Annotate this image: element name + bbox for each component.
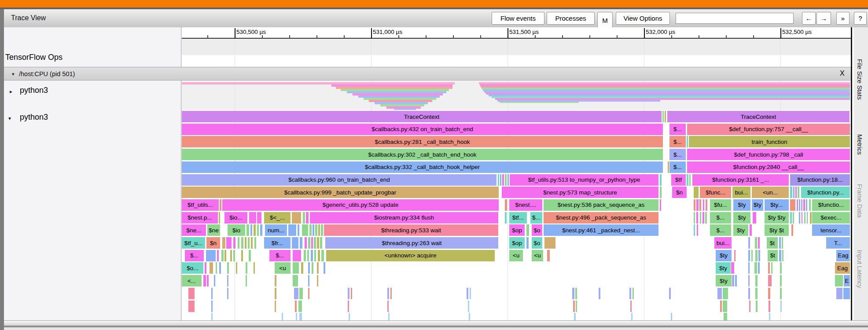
flame-bar[interactable]: Eag <box>835 262 850 274</box>
flame-bar[interactable]: $nest.py:496 _pack_sequence_as <box>544 212 658 224</box>
flame-bar[interactable]: bui... <box>732 187 750 198</box>
flame-bar[interactable]: $... <box>710 224 731 236</box>
flame-bar[interactable] <box>300 237 302 249</box>
flame-bar[interactable] <box>665 111 666 122</box>
flame-bar[interactable]: $callbacks.py:332 _call_batch_hook_helpe… <box>182 161 663 173</box>
flame-bar[interactable] <box>802 212 802 224</box>
flame-bar[interactable] <box>222 237 225 249</box>
flame-bar[interactable] <box>317 262 319 274</box>
flame-bar[interactable] <box>469 313 470 320</box>
flame-bar[interactable] <box>724 313 727 320</box>
flame-bar[interactable] <box>768 262 770 274</box>
flame-bar[interactable] <box>793 187 794 198</box>
flame-bar[interactable] <box>782 250 783 261</box>
flame-bar[interactable] <box>755 250 758 261</box>
host-header-band[interactable]: ▾ /host:CPU (pid 501) X <box>4 67 851 81</box>
flame-bar[interactable] <box>502 174 504 186</box>
flame-bar[interactable] <box>723 301 727 312</box>
flame-bar[interactable]: $... <box>710 212 731 224</box>
flame-bar[interactable] <box>505 174 507 186</box>
flame-bar[interactable] <box>254 237 256 249</box>
flame-bar[interactable] <box>575 288 577 299</box>
flame-bar[interactable] <box>799 199 800 211</box>
flame-bar[interactable]: <u <box>275 262 291 274</box>
flame-bar[interactable] <box>307 250 309 261</box>
flame-bar[interactable] <box>835 275 843 286</box>
flame-bar[interactable] <box>544 237 555 249</box>
expand-button[interactable]: » <box>836 12 850 25</box>
flame-bar[interactable] <box>505 212 507 224</box>
flame-bar[interactable]: $ty... <box>765 199 789 211</box>
flame-bar[interactable] <box>694 187 699 198</box>
flame-bar[interactable] <box>298 224 299 236</box>
flame-bar[interactable] <box>754 262 757 274</box>
flame-bar[interactable] <box>748 275 750 286</box>
flame-bar[interactable]: $... <box>669 136 686 147</box>
flame-bar[interactable] <box>299 288 303 299</box>
flame-bar[interactable] <box>547 250 550 261</box>
flame-bar[interactable]: $... <box>530 212 542 224</box>
flame-bar[interactable] <box>217 250 219 261</box>
thread-expand-arrow-icon[interactable]: ▾ <box>8 115 11 121</box>
flame-bar[interactable] <box>317 275 318 286</box>
flame-bar[interactable]: $ne <box>207 224 220 236</box>
flame-bar[interactable]: $function.py... <box>801 187 850 198</box>
flame-bar[interactable] <box>254 262 255 274</box>
flame-bar[interactable] <box>260 224 262 236</box>
flame-bar[interactable] <box>748 288 750 299</box>
flame-bar[interactable] <box>203 275 206 286</box>
flame-bar[interactable] <box>660 174 662 186</box>
flame-bar[interactable] <box>299 313 302 320</box>
flame-bar[interactable] <box>806 199 807 211</box>
processes-button[interactable]: Processes <box>547 12 595 25</box>
flame-bar[interactable] <box>797 199 798 211</box>
thread-collapse-arrow-icon[interactable]: ▸ <box>10 88 12 95</box>
flame-bar[interactable] <box>706 199 707 211</box>
flame-bar[interactable] <box>836 288 842 299</box>
flame-bar[interactable] <box>227 288 228 299</box>
flame-bar[interactable] <box>211 313 213 320</box>
close-icon[interactable]: X <box>840 70 845 77</box>
flame-bar[interactable] <box>233 237 235 249</box>
flame-bar[interactable] <box>230 250 232 261</box>
flame-bar[interactable] <box>750 224 752 236</box>
flame-bar[interactable] <box>526 237 529 249</box>
flame-bar[interactable] <box>311 237 313 249</box>
flame-bar[interactable] <box>390 288 392 299</box>
flame-bar[interactable]: $tf... <box>509 212 527 224</box>
flame-bar[interactable]: $op <box>509 224 525 236</box>
flame-bar[interactable] <box>303 212 305 224</box>
flame-bar[interactable] <box>205 262 206 274</box>
flame-bar[interactable] <box>308 262 310 274</box>
flame-bar[interactable] <box>238 237 239 249</box>
flame-bar[interactable]: $ty $ty <box>765 212 789 224</box>
flame-bar[interactable] <box>295 301 297 312</box>
flame-bar[interactable]: $ty <box>733 199 750 211</box>
flame-bar[interactable] <box>387 301 389 312</box>
chevron-down-icon[interactable]: ▾ <box>12 71 15 77</box>
flame-bar[interactable] <box>732 275 734 286</box>
flame-bar[interactable] <box>748 237 750 249</box>
flame-bar[interactable]: E <box>844 275 850 286</box>
flame-bar[interactable] <box>756 301 758 312</box>
flame-bar[interactable] <box>508 174 509 186</box>
flame-bar[interactable] <box>753 212 756 224</box>
flame-bar[interactable] <box>321 250 324 261</box>
flame-bar[interactable]: $callbacks.py:960 on_train_batch_end <box>182 174 497 186</box>
flame-bar[interactable] <box>257 224 259 236</box>
flame-bar[interactable] <box>224 250 226 261</box>
flame-bar[interactable] <box>312 262 313 274</box>
flame-bar[interactable]: bui... <box>714 237 732 249</box>
flame-bar[interactable] <box>188 301 195 312</box>
flame-bar[interactable]: $ne... <box>182 224 206 236</box>
flame-bar[interactable]: $ty <box>716 275 732 286</box>
flame-bar[interactable]: $t <box>768 250 778 261</box>
flame-bar[interactable] <box>668 161 669 173</box>
flame-bar[interactable] <box>257 212 261 224</box>
flame-bar[interactable]: $ty <box>716 250 732 261</box>
flame-bar[interactable]: $func... <box>700 187 731 198</box>
flame-bar[interactable] <box>226 237 232 249</box>
flame-bar[interactable] <box>282 313 283 320</box>
flame-bar[interactable] <box>275 288 276 299</box>
flame-bar[interactable]: $n <box>672 187 687 198</box>
